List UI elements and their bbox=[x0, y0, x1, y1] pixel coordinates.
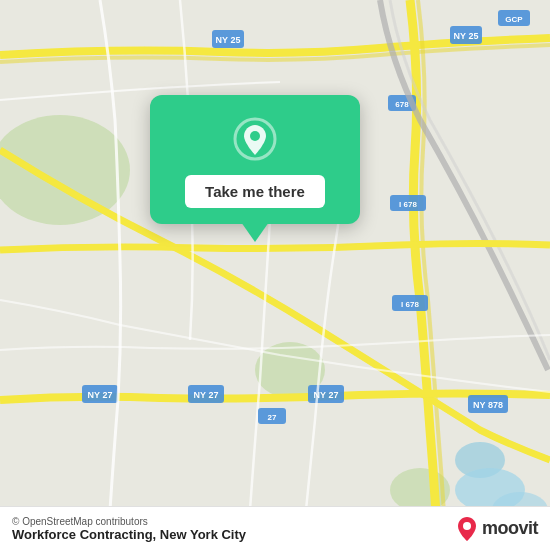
moovit-brand-text: moovit bbox=[482, 518, 538, 539]
svg-text:678: 678 bbox=[395, 100, 409, 109]
moovit-pin-icon bbox=[456, 516, 478, 542]
bottom-left-info: © OpenStreetMap contributors Workforce C… bbox=[12, 516, 246, 542]
location-pin-icon bbox=[229, 113, 281, 165]
svg-text:27: 27 bbox=[268, 413, 277, 422]
svg-text:NY 27: NY 27 bbox=[88, 390, 113, 400]
svg-text:NY 25: NY 25 bbox=[454, 31, 479, 41]
svg-text:I 678: I 678 bbox=[401, 300, 419, 309]
svg-text:I 678: I 678 bbox=[399, 200, 417, 209]
location-name: Workforce Contracting, New York City bbox=[12, 527, 246, 542]
take-me-there-button[interactable]: Take me there bbox=[185, 175, 325, 208]
map-container: NY 25 NY 25 678 I 678 I 678 NY 27 bbox=[0, 0, 550, 550]
svg-point-31 bbox=[463, 522, 471, 530]
osm-attribution: © OpenStreetMap contributors bbox=[12, 516, 246, 527]
svg-text:NY 27: NY 27 bbox=[194, 390, 219, 400]
svg-text:NY 25: NY 25 bbox=[216, 35, 241, 45]
map-background: NY 25 NY 25 678 I 678 I 678 NY 27 bbox=[0, 0, 550, 550]
location-popup: Take me there bbox=[150, 95, 360, 224]
bottom-bar: © OpenStreetMap contributors Workforce C… bbox=[0, 506, 550, 550]
svg-text:GCP: GCP bbox=[505, 15, 523, 24]
svg-text:NY 878: NY 878 bbox=[473, 400, 503, 410]
svg-point-30 bbox=[250, 131, 260, 141]
moovit-logo: moovit bbox=[456, 516, 538, 542]
